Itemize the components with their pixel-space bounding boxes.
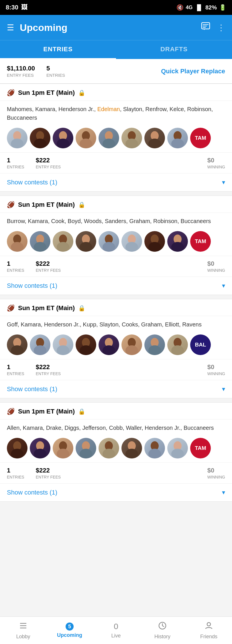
- team-badge-avatar: TAM: [190, 438, 211, 458]
- entries-count: 5: [46, 65, 65, 72]
- svg-point-67: [171, 449, 184, 458]
- team-badge-avatar: BAL: [190, 334, 211, 355]
- tab-entries[interactable]: ENTRIES: [0, 40, 116, 59]
- lobby-label: Lobby: [16, 634, 30, 640]
- player-avatar: [121, 231, 142, 252]
- winning-stat: $0 WINNING: [207, 363, 225, 376]
- show-contests-button[interactable]: Show contests (1) ▾: [0, 483, 232, 501]
- entry-card: 🏈 Sun 1pm ET (Main) 🔒 Goff, Kamara, Hend…: [0, 299, 232, 398]
- show-contests-label: Show contests (1): [7, 282, 57, 289]
- svg-point-59: [80, 449, 92, 458]
- entries-label: ENTRIES: [46, 73, 65, 78]
- svg-point-35: [171, 242, 184, 252]
- avatars-row: TAM: [0, 435, 232, 462]
- football-icon: 🏈: [7, 89, 15, 96]
- highlighted-player: Edelman: [97, 106, 120, 112]
- page-title: Upcoming: [20, 22, 67, 33]
- svg-point-51: [171, 345, 184, 355]
- summary-fees: $1,110.00 ENTRY FEES 5 ENTRIES: [7, 65, 65, 78]
- entry-count-stat: 1 ENTRIES: [7, 157, 24, 169]
- football-icon: 🏈: [7, 304, 15, 312]
- svg-point-39: [34, 345, 46, 355]
- svg-point-47: [125, 345, 138, 355]
- app-header: ☰ Upcoming ⋮: [0, 15, 232, 40]
- winning-label: WINNING: [207, 165, 225, 169]
- player-avatar: [76, 334, 96, 355]
- show-contests-label: Show contests (1): [7, 489, 57, 496]
- chat-icon[interactable]: [201, 22, 210, 33]
- svg-point-61: [103, 449, 115, 458]
- entry-card: 🏈 Sun 1pm ET (Main) 🔒 Burrow, Kamara, Co…: [0, 196, 232, 295]
- status-bar-left: 8:30 🖼: [6, 4, 27, 11]
- winning-label: WINNING: [207, 371, 225, 376]
- stats-row: 1 ENTRIES $222 ENTRY FEES $0 WINNING: [0, 462, 232, 483]
- menu-icon[interactable]: ☰: [7, 23, 14, 32]
- quick-player-replace-button[interactable]: Quick Player Replace: [161, 68, 225, 75]
- svg-point-57: [57, 449, 69, 458]
- player-avatar: [99, 438, 119, 458]
- winning-label: WINNING: [207, 475, 225, 479]
- nav-upcoming[interactable]: 5 Upcoming: [46, 617, 93, 644]
- entry-fee-value: $222: [36, 157, 61, 164]
- player-avatar: [7, 128, 27, 148]
- show-contests-label: Show contests (1): [7, 385, 57, 393]
- nav-friends[interactable]: Friends: [186, 617, 232, 644]
- avatars-row: BAL: [0, 332, 232, 359]
- entry-fee-stat: $222 ENTRY FEES: [36, 260, 61, 273]
- entry-count-stat: 1 ENTRIES: [7, 260, 24, 273]
- svg-point-7: [34, 139, 46, 148]
- player-avatar: [99, 128, 119, 148]
- svg-point-63: [125, 449, 138, 458]
- player-avatar: [99, 334, 119, 355]
- player-avatar: [167, 438, 188, 458]
- player-names-text: Allen, Kamara, Drake, Diggs, Jefferson, …: [7, 425, 214, 431]
- entry-count-label: ENTRIES: [7, 268, 24, 273]
- entry-count-label: ENTRIES: [7, 165, 24, 169]
- player-avatar: [144, 438, 165, 458]
- card-header: 🏈 Sun 1pm ET (Main) 🔒: [0, 196, 232, 213]
- entry-fee-label: ENTRY FEES: [36, 475, 61, 479]
- lock-icon: 🔒: [78, 305, 85, 312]
- svg-point-31: [125, 242, 138, 252]
- lock-icon: 🔒: [78, 201, 85, 208]
- player-avatar: [7, 334, 27, 355]
- nav-history[interactable]: History: [139, 617, 186, 644]
- svg-point-9: [57, 139, 69, 148]
- svg-point-13: [103, 139, 115, 148]
- svg-point-15: [125, 139, 138, 148]
- entry-count-value: 1: [7, 467, 24, 474]
- winning-stat: $0 WINNING: [207, 157, 225, 169]
- entry-card: 🏈 Sun 1pm ET (Main) 🔒 Mahomes, Kamara, H…: [0, 84, 232, 192]
- player-avatar: [53, 231, 73, 252]
- svg-point-45: [103, 345, 115, 355]
- svg-point-25: [57, 242, 69, 252]
- entry-fee-stat: $222 ENTRY FEES: [36, 467, 61, 479]
- winning-stat: $0 WINNING: [207, 260, 225, 273]
- player-avatar: [30, 334, 50, 355]
- summary-row: $1,110.00 ENTRY FEES 5 ENTRIES Quick Pla…: [0, 59, 232, 84]
- player-avatar: [76, 128, 96, 148]
- svg-point-33: [148, 242, 161, 252]
- svg-point-41: [57, 345, 69, 355]
- entry-fee-stat: $222 ENTRY FEES: [36, 157, 61, 169]
- show-contests-button[interactable]: Show contests (1) ▾: [0, 277, 232, 295]
- show-contests-button[interactable]: Show contests (1) ▾: [0, 173, 232, 191]
- entry-fees-value: $1,110.00: [7, 65, 35, 72]
- player-avatar: [144, 231, 165, 252]
- player-avatar: [7, 438, 27, 458]
- player-avatar: [30, 128, 50, 148]
- show-contests-button[interactable]: Show contests (1) ▾: [0, 380, 232, 398]
- network-icon: 4G: [186, 5, 193, 11]
- content-area: $1,110.00 ENTRY FEES 5 ENTRIES Quick Pla…: [0, 59, 232, 533]
- battery-level: 82%: [205, 4, 217, 11]
- lock-icon: 🔒: [78, 408, 85, 415]
- upcoming-badge: 5: [66, 623, 74, 631]
- mute-icon: 🔇: [176, 4, 184, 11]
- more-options-icon[interactable]: ⋮: [217, 23, 225, 32]
- nav-lobby[interactable]: Lobby: [0, 617, 46, 644]
- tab-drafts[interactable]: DRAFTS: [116, 40, 232, 59]
- nav-live[interactable]: 0 Live: [93, 617, 139, 644]
- chevron-down-icon: ▾: [222, 179, 225, 186]
- live-icon: 0: [114, 622, 118, 631]
- player-names: Goff, Kamara, Henderson Jr., Kupp, Slayt…: [0, 316, 232, 332]
